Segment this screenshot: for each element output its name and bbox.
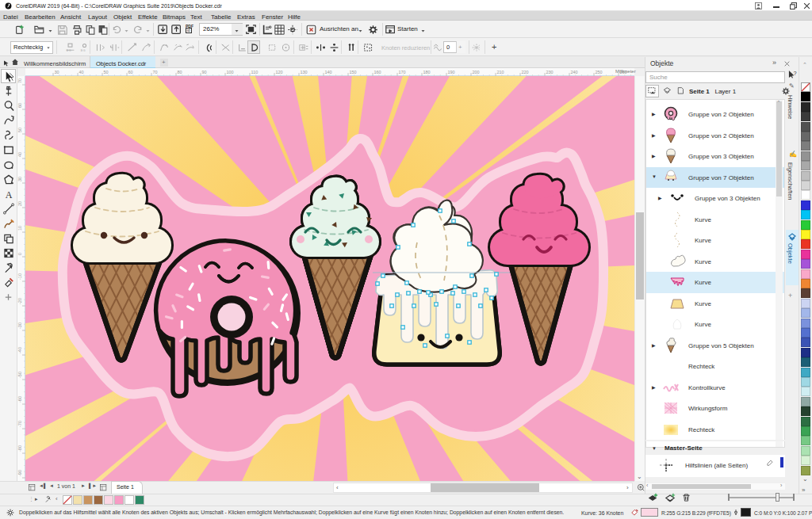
svg-text:40: 40	[17, 152, 22, 157]
svg-text:60: 60	[17, 103, 22, 108]
svg-text:140: 140	[325, 70, 332, 74]
svg-text:-20: -20	[17, 298, 22, 304]
svg-text:220: 220	[522, 70, 529, 74]
svg-text:150: 150	[350, 70, 357, 74]
svg-text:-30: -30	[17, 322, 22, 329]
svg-text:100: 100	[227, 70, 234, 74]
svg-text:130: 130	[301, 70, 308, 74]
svg-text:B·G: B·G	[67, 49, 71, 52]
svg-text:-40: -40	[17, 347, 22, 353]
svg-text:A: A	[6, 189, 13, 200]
svg-text:120: 120	[276, 70, 283, 74]
svg-text:50: 50	[104, 70, 109, 74]
svg-text:80: 80	[178, 70, 182, 74]
svg-text:B·G: B·G	[81, 49, 86, 52]
svg-text:170: 170	[399, 70, 406, 74]
svg-text:30: 30	[17, 177, 22, 181]
svg-text:30: 30	[55, 70, 59, 74]
svg-text:50: 50	[17, 128, 22, 132]
svg-text:20: 20	[17, 201, 22, 206]
svg-text:70: 70	[153, 70, 158, 74]
svg-text:?: ?	[793, 70, 796, 77]
svg-text:230: 230	[546, 70, 553, 74]
svg-text:-70: -70	[17, 421, 22, 427]
svg-text:-60: -60	[17, 396, 22, 403]
svg-text:60: 60	[128, 70, 133, 74]
svg-text:0: 0	[17, 253, 22, 255]
svg-text:10: 10	[17, 226, 22, 231]
svg-text:40: 40	[79, 70, 84, 74]
svg-text:-10: -10	[17, 273, 22, 280]
svg-text:240: 240	[571, 70, 578, 74]
svg-text:110: 110	[251, 70, 259, 74]
svg-text:180: 180	[423, 70, 431, 74]
svg-text:210: 210	[497, 70, 504, 74]
svg-text:-50: -50	[17, 372, 22, 378]
svg-text:200: 200	[473, 70, 480, 74]
svg-text:-80: -80	[17, 445, 22, 452]
svg-text:160: 160	[374, 70, 381, 74]
svg-text:70: 70	[17, 78, 22, 83]
svg-text:-90: -90	[17, 470, 22, 476]
svg-text:90: 90	[202, 70, 207, 74]
svg-text:250: 250	[596, 70, 603, 74]
svg-text:190: 190	[448, 70, 455, 74]
